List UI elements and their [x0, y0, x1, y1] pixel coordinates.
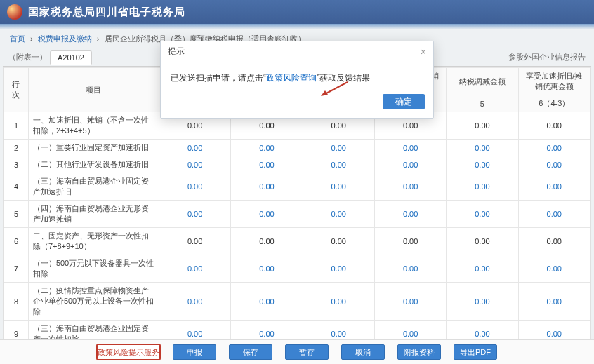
- row-index: 6: [4, 228, 29, 255]
- cell-value[interactable]: 0.00: [159, 201, 230, 228]
- cell-value[interactable]: 0.00: [518, 255, 590, 283]
- attach-button[interactable]: 附报资料: [397, 344, 441, 360]
- cell-value[interactable]: 0.00: [231, 156, 303, 173]
- footer-actions: 政策风险提示服务 申报 保存 暂存 取消 附报资料 导出PDF: [0, 339, 594, 364]
- save-button[interactable]: 保存: [229, 344, 272, 360]
- cell-value[interactable]: 0.00: [159, 255, 230, 283]
- cell-value[interactable]: 0.00: [374, 140, 446, 156]
- policy-risk-button[interactable]: 政策风险提示服务: [97, 344, 160, 360]
- row-index: 8: [4, 283, 29, 321]
- cell-value[interactable]: 0.00: [303, 173, 374, 201]
- cell-value[interactable]: 0.00: [447, 173, 518, 201]
- cell-value[interactable]: 0.00: [447, 255, 518, 283]
- table-row: 6二、固定资产、无形资产一次性扣除（7+8+9+10）0.000.000.000…: [4, 228, 590, 255]
- table-row: 3（二）其他行业研发设备加速折旧0.000.000.000.000.000.00: [4, 156, 590, 173]
- export-button[interactable]: 导出PDF: [454, 344, 497, 360]
- row-item: （一）重要行业固定资产加速折旧: [28, 140, 159, 156]
- row-item: （四）海南自由贸易港企业无形资产加速摊销: [28, 201, 159, 228]
- policy-risk-link[interactable]: 政策风险查询: [266, 73, 317, 83]
- col-6: 享受加速折旧/摊销优惠金额: [518, 68, 590, 95]
- cancel-button[interactable]: 取消: [341, 344, 385, 360]
- modal-title: 提示: [168, 46, 185, 58]
- row-index: 5: [4, 201, 29, 228]
- cell-value: 0.00: [518, 112, 590, 140]
- breadcrumb-a[interactable]: 税费申报及缴纳: [38, 34, 92, 43]
- cell-value[interactable]: 0.00: [231, 140, 303, 156]
- modal-text-pre: 已发送扫描申请，请点击“: [171, 73, 266, 83]
- cell-value[interactable]: 0.00: [231, 255, 303, 283]
- breadcrumb-home[interactable]: 首页: [10, 34, 25, 43]
- cell-value[interactable]: 0.00: [231, 201, 303, 228]
- row-item: （二）疫情防控重点保障物资生产企业单价500万元以上设备一次性扣除: [28, 283, 159, 321]
- cell-value[interactable]: 0.00: [518, 156, 590, 173]
- row-index: 1: [4, 112, 29, 140]
- cell-value[interactable]: 0.00: [303, 156, 374, 173]
- cell-value[interactable]: 0.00: [303, 283, 374, 321]
- cell-value[interactable]: 0.00: [518, 173, 590, 201]
- cell-value[interactable]: 0.00: [518, 140, 590, 156]
- col-5: 纳税调减金额: [447, 68, 518, 95]
- cell-value[interactable]: 0.00: [159, 156, 230, 173]
- row-item: 二、固定资产、无形资产一次性扣除（7+8+9+10）: [28, 228, 159, 255]
- cell-value: 0.00: [447, 112, 518, 140]
- table-row: 8（二）疫情防控重点保障物资生产企业单价500万元以上设备一次性扣除0.000.…: [4, 283, 590, 321]
- cell-value: 0.00: [159, 228, 230, 255]
- row-index: 7: [4, 255, 29, 283]
- cell-value[interactable]: 0.00: [303, 201, 374, 228]
- emblem-icon: [7, 4, 22, 20]
- tip-modal: 提示 × 已发送扫描申请，请点击“政策风险查询”获取反馈结果 确定: [160, 41, 434, 119]
- cell-value[interactable]: 0.00: [447, 201, 518, 228]
- cell-value[interactable]: 0.00: [231, 283, 303, 321]
- cell-value[interactable]: 0.00: [447, 283, 518, 321]
- cell-value[interactable]: 0.00: [159, 140, 230, 156]
- cell-value[interactable]: 0.00: [518, 283, 590, 321]
- row-index: 2: [4, 140, 29, 156]
- row-index: 4: [4, 173, 29, 201]
- cell-value[interactable]: 0.00: [159, 173, 230, 201]
- row-item: 一、加速折旧、摊销（不含一次性扣除，2+3+4+5）: [28, 112, 159, 140]
- cell-value[interactable]: 0.00: [303, 140, 374, 156]
- cell-value[interactable]: 0.00: [374, 255, 446, 283]
- cell-value: 0.00: [518, 228, 590, 255]
- app-header: 国家税务总局四川省电子税务局: [0, 0, 594, 24]
- cell-value[interactable]: 0.00: [374, 283, 446, 321]
- tab-prefix: （附表一）: [8, 52, 47, 62]
- declare-button[interactable]: 申报: [173, 344, 216, 360]
- tab-right-note: 参股外国企业信息报告: [508, 52, 591, 62]
- col-idx: 行次: [4, 68, 29, 112]
- cell-value[interactable]: 0.00: [374, 173, 446, 201]
- tab-active[interactable]: A20102: [50, 50, 92, 65]
- cell-value[interactable]: 0.00: [374, 201, 446, 228]
- skyline-decor: [0, 24, 594, 29]
- table-row: 4（三）海南自由贸易港企业固定资产加速折旧0.000.000.000.000.0…: [4, 173, 590, 201]
- cell-value[interactable]: 0.00: [447, 140, 518, 156]
- close-icon[interactable]: ×: [421, 47, 426, 57]
- cell-value[interactable]: 0.00: [447, 156, 518, 173]
- col-item: 项目: [28, 68, 159, 112]
- row-item: （二）其他行业研发设备加速折旧: [28, 156, 159, 173]
- cell-value: 0.00: [303, 228, 374, 255]
- modal-text-post: ”获取反馈结果: [317, 73, 370, 83]
- cell-value: 0.00: [447, 228, 518, 255]
- app-title: 国家税务总局四川省电子税务局: [28, 6, 185, 19]
- cell-value: 0.00: [231, 228, 303, 255]
- row-item: （三）海南自由贸易港企业固定资产加速折旧: [28, 173, 159, 201]
- cell-value: 0.00: [374, 228, 446, 255]
- cell-value[interactable]: 0.00: [518, 201, 590, 228]
- table-row: 2（一）重要行业固定资产加速折旧0.000.000.000.000.000.00: [4, 140, 590, 156]
- ok-button[interactable]: 确定: [383, 94, 425, 109]
- cell-value[interactable]: 0.00: [159, 283, 230, 321]
- cell-value[interactable]: 0.00: [303, 255, 374, 283]
- row-item: （一）500万元以下设备器具一次性扣除: [28, 255, 159, 283]
- sub-6: 6（4-3）: [518, 95, 590, 112]
- row-index: 3: [4, 156, 29, 173]
- tempsave-button[interactable]: 暂存: [285, 344, 329, 360]
- table-row: 7（一）500万元以下设备器具一次性扣除0.000.000.000.000.00…: [4, 255, 590, 283]
- sub-5: 5: [447, 95, 518, 112]
- table-row: 5（四）海南自由贸易港企业无形资产加速摊销0.000.000.000.000.0…: [4, 201, 590, 228]
- cell-value[interactable]: 0.00: [231, 173, 303, 201]
- cell-value[interactable]: 0.00: [374, 156, 446, 173]
